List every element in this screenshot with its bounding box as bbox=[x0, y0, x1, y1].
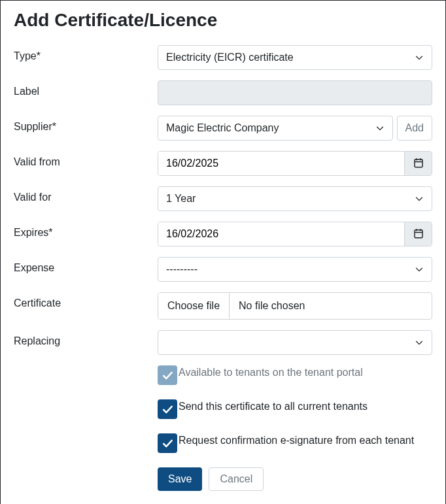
label-expense: Expense bbox=[14, 257, 158, 274]
label-certificate: Certificate bbox=[14, 292, 158, 309]
label-label: Label bbox=[14, 80, 158, 97]
row-certificate: Certificate Choose file No file chosen bbox=[14, 292, 432, 320]
chevron-down-icon bbox=[415, 53, 424, 62]
supplier-select[interactable]: Magic Electric Company bbox=[158, 116, 393, 141]
row-send-all: Send this certificate to all current ten… bbox=[158, 399, 432, 419]
expires-group bbox=[158, 222, 432, 246]
expires-input[interactable] bbox=[158, 222, 404, 246]
expense-select[interactable]: --------- bbox=[158, 257, 432, 282]
label-supplier: Supplier* bbox=[14, 116, 158, 133]
row-expires: Expires* bbox=[14, 222, 432, 246]
row-expense: Expense --------- bbox=[14, 257, 432, 282]
calendar-icon bbox=[413, 157, 424, 171]
chevron-down-icon bbox=[375, 124, 385, 133]
label-type: Type* bbox=[14, 45, 158, 62]
expires-date-button[interactable] bbox=[404, 222, 432, 246]
supplier-select-value: Magic Electric Company bbox=[166, 122, 279, 134]
label-expires: Expires* bbox=[14, 222, 158, 239]
expense-select-value: --------- bbox=[166, 263, 197, 275]
chevron-down-icon bbox=[415, 194, 424, 203]
add-supplier-button[interactable]: Add bbox=[397, 116, 432, 141]
valid-from-group bbox=[158, 151, 432, 176]
chevron-down-icon bbox=[415, 338, 424, 347]
row-tenant-portal: Available to tenants on the tenant porta… bbox=[158, 365, 432, 385]
save-button[interactable]: Save bbox=[158, 467, 202, 491]
cancel-button[interactable]: Cancel bbox=[209, 467, 264, 491]
valid-for-select[interactable]: 1 Year bbox=[158, 186, 432, 211]
label-valid-from: Valid from bbox=[14, 151, 158, 168]
calendar-icon bbox=[413, 227, 424, 241]
checkbox-send-all[interactable] bbox=[158, 399, 177, 419]
label-input[interactable] bbox=[158, 80, 432, 105]
row-supplier: Supplier* Magic Electric Company Add bbox=[14, 116, 432, 141]
page-title: Add Certificate/Licence bbox=[14, 10, 432, 31]
chevron-down-icon bbox=[415, 265, 424, 274]
row-type: Type* Electricity (EICR) certificate bbox=[14, 45, 432, 70]
row-label: Label bbox=[14, 80, 432, 105]
row-valid-from: Valid from bbox=[14, 151, 432, 176]
label-valid-for: Valid for bbox=[14, 186, 158, 203]
valid-for-select-value: 1 Year bbox=[166, 193, 196, 205]
label-replacing: Replacing bbox=[14, 330, 158, 347]
choose-file-button[interactable]: Choose file bbox=[158, 293, 230, 319]
svg-rect-4 bbox=[415, 229, 422, 237]
svg-rect-0 bbox=[415, 159, 422, 167]
row-replacing: Replacing bbox=[14, 330, 432, 355]
checkbox-tenant-portal-label: Available to tenants on the tenant porta… bbox=[179, 367, 363, 378]
valid-from-date-button[interactable] bbox=[404, 152, 432, 175]
row-valid-for: Valid for 1 Year bbox=[14, 186, 432, 211]
checkbox-esign[interactable] bbox=[158, 433, 177, 453]
replacing-select[interactable] bbox=[158, 330, 432, 355]
checkbox-tenant-portal[interactable] bbox=[158, 365, 177, 385]
certificate-file-group: Choose file No file chosen bbox=[158, 292, 432, 320]
type-select-value: Electricity (EICR) certificate bbox=[166, 52, 294, 63]
row-esign: Request confirmation e-signature from ea… bbox=[158, 433, 432, 453]
type-select[interactable]: Electricity (EICR) certificate bbox=[158, 45, 432, 70]
valid-from-input[interactable] bbox=[158, 152, 404, 175]
checkbox-esign-label: Request confirmation e-signature from ea… bbox=[179, 435, 414, 446]
file-status-label: No file chosen bbox=[230, 293, 432, 319]
action-row: Save Cancel bbox=[158, 467, 432, 491]
checkbox-send-all-label: Send this certificate to all current ten… bbox=[179, 401, 368, 412]
add-certificate-dialog: Add Certificate/Licence Type* Electricit… bbox=[0, 0, 446, 504]
